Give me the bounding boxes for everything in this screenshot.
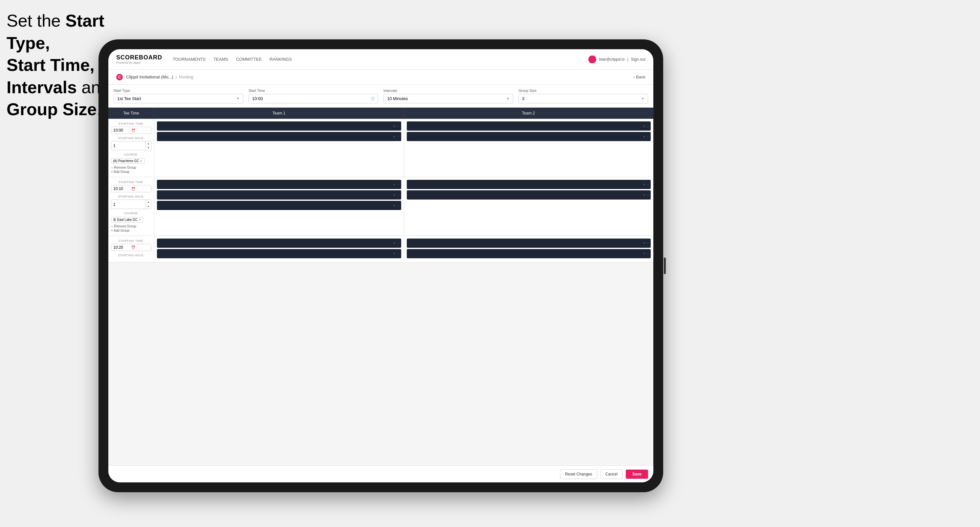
remove-group-btn-2[interactable]: ○ Remove Group (111, 224, 151, 228)
slot-edit-icon[interactable]: ○ (647, 193, 649, 197)
slot-x-icon[interactable]: ✕ (393, 204, 396, 207)
slot-x-icon[interactable]: ✕ (393, 241, 396, 245)
slot-edit-icon[interactable]: ○ (397, 193, 399, 197)
intervals-label: Intervals (383, 89, 513, 92)
slot-x-icon[interactable]: ✕ (393, 124, 396, 128)
nav-committee[interactable]: COMMITTEE (236, 56, 262, 63)
stepper-up-2[interactable]: ▲ (146, 200, 151, 204)
start-time-select[interactable]: 10:00 🕐 (248, 94, 378, 103)
slot-edit-icon[interactable]: ○ (397, 124, 399, 128)
nav-rankings[interactable]: RANKINGS (270, 56, 292, 63)
tee-actions-2: ○ Remove Group + Add Group (111, 224, 151, 232)
slot-icons: ✕ ○ (393, 183, 399, 186)
action-bar: Reset Changes Cancel Save (108, 465, 653, 483)
course-name-1: (A) Peachtree GC (113, 159, 139, 163)
tablet-screen: SCOREBOARD Powered by clippd TOURNAMENTS… (108, 49, 653, 483)
course-remove-icon-2[interactable]: ✕ (138, 218, 141, 222)
player-slot: ✕ ○ (157, 238, 401, 248)
slot-x-icon[interactable]: ✕ (393, 193, 396, 197)
starting-hole-stepper-1: 1 ▲ ▼ (111, 141, 151, 150)
back-button[interactable]: ‹ Back (633, 75, 646, 79)
slot-x-icon[interactable]: ✕ (643, 183, 646, 186)
slot-edit-icon[interactable]: ○ (647, 135, 649, 138)
slot-x-icon[interactable]: ✕ (393, 135, 396, 138)
add-group-btn-2[interactable]: + Add Group (111, 229, 151, 232)
intervals-select[interactable]: 10 Minutes ▼ (383, 94, 513, 103)
save-button[interactable]: Save (626, 470, 648, 479)
slot-edit-icon[interactable]: ○ (397, 204, 399, 207)
pipe-separator: | (627, 57, 628, 62)
team2-col-3: ✕ ○ ✕ ○ (404, 236, 654, 262)
slot-x-icon[interactable]: ✕ (643, 193, 646, 197)
course-remove-icon-1[interactable]: ✕ (140, 159, 143, 163)
remove-group-btn-1[interactable]: ○ Remove Group (111, 166, 151, 169)
start-type-value: 1st Tee Start (117, 96, 141, 101)
starting-hole-label-1: STARTING HOLE: (111, 137, 151, 140)
group-size-group: Group Size 3 ▼ (519, 89, 648, 103)
nav-teams[interactable]: TEAMS (213, 56, 228, 63)
tablet-shell: SCOREBOARD Powered by clippd TOURNAMENTS… (99, 40, 663, 492)
remove-icon-1: ○ (111, 166, 113, 169)
breadcrumb-logo-icon: C (116, 74, 123, 80)
group-size-select[interactable]: 3 ▼ (519, 94, 648, 103)
slot-icons: ✕ ○ (643, 252, 649, 255)
course-tag-1: (A) Peachtree GC ✕ (111, 158, 145, 164)
stepper-down-1[interactable]: ▼ (146, 146, 151, 150)
slot-x-icon[interactable]: ✕ (643, 124, 646, 128)
breadcrumb-separator: › (175, 74, 177, 80)
slot-x-icon[interactable]: ✕ (643, 252, 646, 255)
player-slot: ✕ ○ (407, 180, 651, 189)
starting-time-input-1[interactable]: 10:00 ⏰ (111, 127, 151, 134)
player-slot: ✕ ○ (407, 238, 651, 248)
breadcrumb-bar: C Clippd Invitational (Mo...) › Hosting … (108, 70, 653, 85)
slot-edit-icon[interactable]: ○ (647, 241, 649, 245)
sign-out-link[interactable]: Sign out (631, 57, 646, 62)
team-columns-1: ✕ ○ ✕ ○ (154, 119, 653, 177)
slot-x-icon[interactable]: ✕ (643, 135, 646, 138)
nav-links: TOURNAMENTS TEAMS COMMITTEE RANKINGS (173, 56, 588, 63)
slot-edit-icon[interactable]: ○ (397, 135, 399, 138)
team-columns-3: ✕ ○ ✕ ○ (154, 236, 653, 262)
starting-time-input-3[interactable]: 10:20 ⏰ (111, 244, 151, 251)
slot-x-icon[interactable]: ✕ (393, 252, 396, 255)
slot-x-icon[interactable]: ✕ (643, 241, 646, 245)
slot-edit-icon[interactable]: ○ (397, 183, 399, 186)
team1-col-2: ✕ ○ ✕ ○ ✕ (154, 177, 404, 235)
starting-hole-value-1: 1 (111, 143, 145, 149)
slot-edit-icon[interactable]: ○ (647, 252, 649, 255)
slot-edit-icon[interactable]: ○ (647, 183, 649, 186)
breadcrumb-tournament[interactable]: Clippd Invitational (Mo...) (126, 75, 173, 79)
reset-changes-button[interactable]: Reset Changes (560, 469, 597, 479)
team2-col-1: ✕ ○ ✕ ○ (404, 119, 654, 177)
slot-icons: ✕ ○ (393, 241, 399, 245)
slot-edit-icon[interactable]: ○ (397, 252, 399, 255)
slot-edit-icon[interactable]: ○ (647, 124, 649, 128)
starting-time-input-2[interactable]: 10:10 ⏰ (111, 185, 151, 192)
slot-edit-icon[interactable]: ○ (397, 241, 399, 245)
player-slot: ✕ ○ (157, 201, 401, 210)
controls-row: Start Type 1st Tee Start ▼ Start Time 10… (108, 85, 653, 108)
cancel-button[interactable]: Cancel (600, 469, 622, 479)
start-type-select[interactable]: 1st Tee Start ▼ (114, 94, 243, 103)
starting-time-label-2: STARTING TIME: (111, 181, 151, 184)
player-slot: ✕ ○ (407, 190, 651, 200)
nav-tournaments[interactable]: TOURNAMENTS (173, 56, 205, 63)
nav-right: blair@clippd.io | Sign out (588, 56, 646, 63)
th-team2: Team 2 (404, 108, 653, 119)
stepper-up-1[interactable]: ▲ (146, 141, 151, 146)
slot-icons: ✕ ○ (643, 124, 649, 128)
slot-icons: ✕ ○ (643, 135, 649, 138)
starting-time-value-3: 10:20 (113, 245, 131, 250)
intervals-value: 10 Minutes (387, 96, 408, 101)
table-body: STARTING TIME: 10:00 ⏰ STARTING HOLE: 1 … (108, 119, 653, 465)
player-slot: ✕ ○ (407, 132, 651, 141)
add-group-btn-1[interactable]: + Add Group (111, 170, 151, 174)
table-header: Tee Time Team 1 Team 2 (108, 108, 653, 119)
slot-x-icon[interactable]: ✕ (393, 183, 396, 186)
slot-icons: ✕ ○ (393, 135, 399, 138)
user-email: blair@clippd.io (599, 57, 625, 62)
start-type-group: Start Type 1st Tee Start ▼ (114, 89, 243, 103)
bold-group-size: Group Size (6, 100, 97, 119)
stepper-down-2[interactable]: ▼ (146, 205, 151, 209)
start-type-label: Start Type (114, 89, 243, 92)
